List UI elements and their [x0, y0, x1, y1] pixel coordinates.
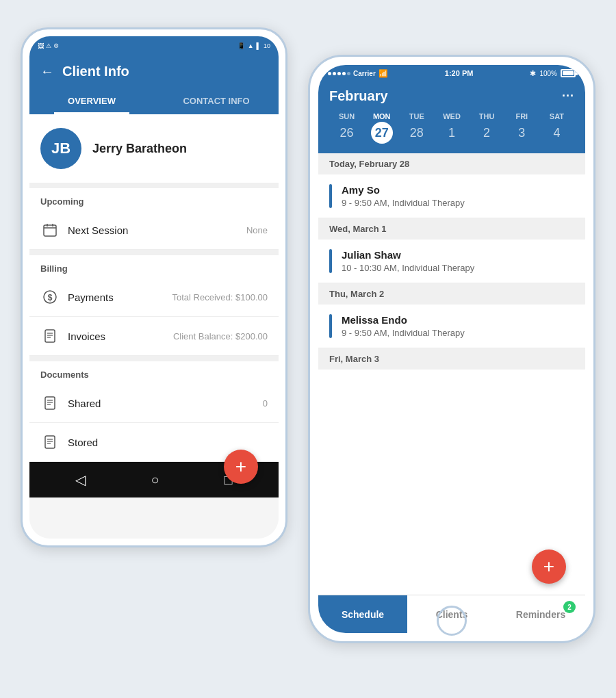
event-bar-2 — [329, 249, 332, 273]
ios-month-row: February ··· — [329, 88, 574, 104]
svg-rect-6 — [45, 330, 55, 342]
reminders-badge: 2 — [563, 601, 576, 613]
avatar: JB — [40, 128, 81, 169]
alert-icon: ⚠ — [46, 42, 51, 49]
ios-day-num-sat[interactable]: 4 — [546, 122, 567, 144]
ios-fab-button[interactable]: + — [532, 550, 566, 584]
android-phone: 🖼 ⚠ ⚙ 📱 ▲ ▌ 10 ← Client Info OVE — [21, 27, 287, 547]
ios-day-num-sun[interactable]: 26 — [336, 122, 358, 144]
ios-carrier: Carrier — [353, 70, 376, 77]
section-divider-2 — [29, 250, 279, 255]
invoices-label: Invoices — [68, 331, 173, 342]
ios-day-num-fri[interactable]: 3 — [511, 122, 532, 144]
cal-date-header-wed: Wed, March 1 — [318, 218, 585, 240]
signal-dot-3 — [337, 72, 341, 75]
android-status-right: 📱 ▲ ▌ 10 — [238, 42, 270, 49]
ios-signal — [328, 72, 350, 75]
ios-day-sun: SUN 26 — [329, 112, 364, 144]
stored-label: Stored — [68, 437, 268, 448]
ios-day-thu: THU 2 — [470, 112, 504, 144]
ios-battery-fill — [563, 71, 574, 75]
list-item-invoices[interactable]: Invoices Client Balance: $200.00 — [29, 317, 279, 356]
android-content: JB Jerry Baratheon Upcoming — [29, 114, 279, 462]
svg-rect-10 — [45, 397, 55, 409]
android-status-icons: 🖼 ⚠ ⚙ — [38, 42, 59, 49]
ios-more-button[interactable]: ··· — [562, 89, 574, 103]
ios-day-num-mon[interactable]: 27 — [371, 122, 393, 144]
list-item-next-session[interactable]: Next Session None — [29, 211, 279, 250]
signal-icon: ▌ — [257, 42, 261, 49]
ios-tab-reminders[interactable]: Reminders 2 — [496, 595, 585, 633]
payments-value: Total Received: $100.00 — [172, 292, 268, 302]
section-label-documents: Documents — [29, 361, 279, 384]
section-divider-3 — [29, 356, 279, 361]
iphone-home-button[interactable] — [437, 606, 467, 636]
ios-day-name-mon: MON — [373, 112, 391, 120]
iphone: Carrier 📶 1:20 PM ✱ 100% February ··· — [308, 55, 595, 643]
android-tabs: OVERVIEW CONTACT INFO — [29, 88, 279, 114]
ios-day-name-thu: THU — [479, 112, 495, 120]
svg-rect-14 — [45, 436, 55, 448]
svg-rect-0 — [44, 225, 56, 236]
list-item-shared[interactable]: Shared 0 — [29, 384, 279, 423]
tab-contact-info[interactable]: CONTACT INFO — [154, 88, 279, 114]
ios-month-title: February — [329, 88, 388, 104]
cal-event-melissa-endo[interactable]: Melissa Endo 9 - 9:50 AM, Individual The… — [318, 305, 585, 348]
next-session-value: None — [246, 225, 268, 235]
event-time-2: 10 - 10:30 AM, Individual Therapy — [342, 263, 474, 273]
ios-day-name-sun: SUN — [339, 112, 355, 120]
list-item-payments[interactable]: $ Payments Total Received: $100.00 — [29, 278, 279, 317]
section-divider-1 — [29, 183, 279, 188]
payments-label: Payments — [68, 292, 172, 303]
profile-name: Jerry Baratheon — [92, 142, 187, 156]
invoices-value: Client Balance: $200.00 — [173, 331, 268, 341]
ios-day-num-wed[interactable]: 1 — [441, 122, 463, 144]
ios-day-fri: FRI 3 — [504, 112, 539, 144]
android-status-bar: 🖼 ⚠ ⚙ 📱 ▲ ▌ 10 — [29, 36, 279, 55]
signal-dot-5 — [347, 72, 350, 75]
ios-day-sat: SAT 4 — [539, 112, 574, 144]
ios-right-status: ✱ 100% — [530, 69, 576, 78]
profile-section: JB Jerry Baratheon — [29, 114, 279, 183]
ios-day-num-tue[interactable]: 28 — [406, 122, 428, 144]
ios-day-name-fri: FRI — [515, 112, 528, 120]
ios-battery — [561, 69, 576, 77]
wifi-icon: ▲ — [248, 42, 254, 49]
event-info-2: Julian Shaw 10 - 10:30 AM, Individual Th… — [342, 249, 474, 273]
ios-wifi-icon: 📶 — [378, 69, 388, 78]
section-label-billing: Billing — [29, 255, 279, 278]
ios-tab-schedule[interactable]: Schedule — [318, 595, 407, 633]
ios-day-mon: MON 27 — [364, 112, 399, 144]
event-name-3: Melissa Endo — [342, 314, 465, 326]
ios-day-name-wed: WED — [443, 112, 461, 120]
home-nav-icon[interactable]: ○ — [151, 472, 159, 488]
settings-icon: ⚙ — [53, 42, 59, 49]
phone-icon: 📱 — [238, 42, 245, 49]
ios-bluetooth-icon: ✱ — [530, 69, 536, 78]
stored-doc-icon — [40, 432, 60, 452]
back-button[interactable]: ← — [40, 64, 54, 79]
ios-battery-percent: 100% — [539, 70, 557, 77]
ios-day-num-thu[interactable]: 2 — [476, 122, 498, 144]
event-name-2: Julian Shaw — [342, 249, 474, 261]
ios-status-bar: Carrier 📶 1:20 PM ✱ 100% — [318, 65, 585, 81]
shared-doc-icon — [40, 393, 60, 413]
cal-fri-spacer — [318, 370, 585, 411]
tab-overview[interactable]: OVERVIEW — [29, 88, 154, 114]
battery-level: 10 — [264, 42, 270, 49]
back-nav-icon[interactable]: ◁ — [75, 471, 86, 488]
cal-date-header-thu: Thu, March 2 — [318, 283, 585, 305]
cal-date-header-today: Today, February 28 — [318, 153, 585, 174]
event-name-1: Amy So — [342, 184, 465, 196]
ios-time: 1:20 PM — [445, 69, 474, 77]
page-title: Client Info — [62, 64, 129, 79]
fab-button[interactable]: + — [224, 450, 258, 484]
signal-dot-4 — [342, 72, 346, 75]
shared-value: 0 — [263, 398, 268, 409]
ios-cal-body: Today, February 28 Amy So 9 - 9:50 AM, I… — [318, 153, 585, 595]
cal-event-julian-shaw[interactable]: Julian Shaw 10 - 10:30 AM, Individual Th… — [318, 240, 585, 283]
signal-dot-2 — [333, 72, 336, 75]
invoice-icon — [40, 326, 60, 346]
event-time-1: 9 - 9:50 AM, Individual Therapy — [342, 198, 465, 208]
cal-event-amy-so[interactable]: Amy So 9 - 9:50 AM, Individual Therapy — [318, 174, 585, 218]
